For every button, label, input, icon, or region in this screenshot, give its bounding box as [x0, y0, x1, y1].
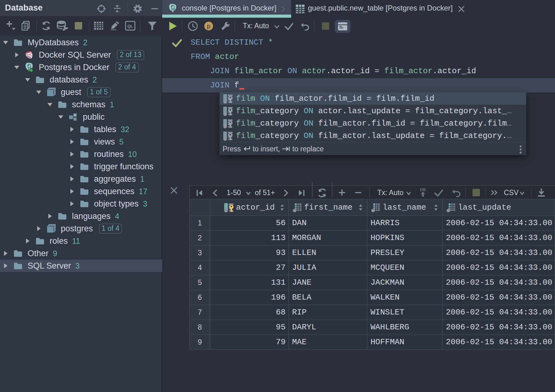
- svg-text:DB: DB: [420, 187, 426, 192]
- svg-text:p: p: [207, 23, 211, 30]
- svg-text:QL: QL: [127, 24, 133, 29]
